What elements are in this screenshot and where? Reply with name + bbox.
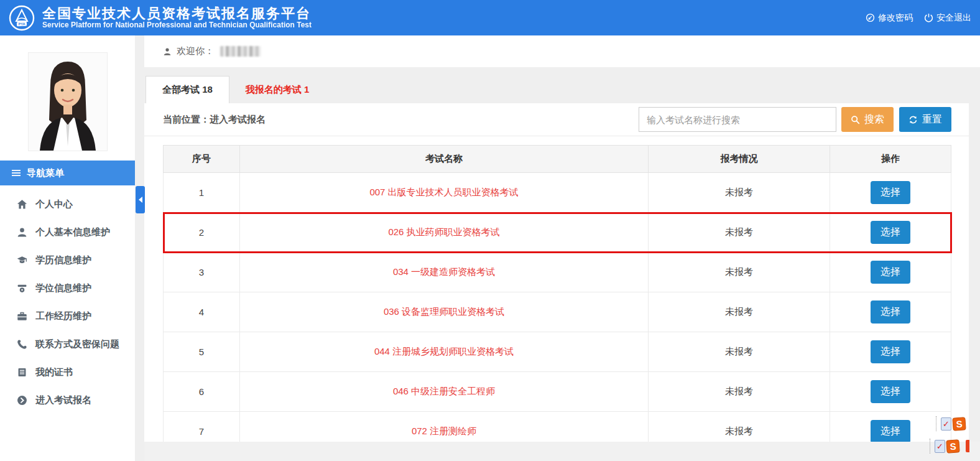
graduation-cap-icon — [17, 255, 27, 266]
exam-name-link[interactable]: 007 出版专业技术人员职业资格考试 — [369, 187, 518, 197]
exam-name-link[interactable]: 026 执业药师职业资格考试 — [388, 226, 499, 237]
sidebar-item-label: 联系方式及密保问题 — [35, 338, 119, 350]
row-status: 未报考 — [649, 292, 830, 332]
select-button[interactable]: 选择 — [871, 420, 910, 442]
select-button[interactable]: 选择 — [871, 261, 910, 284]
select-button[interactable]: 选择 — [871, 181, 910, 204]
row-status: 未报考 — [649, 253, 830, 292]
select-button[interactable]: 选择 — [871, 300, 910, 324]
reset-button[interactable]: 重置 — [899, 107, 951, 132]
platform-logo-icon: PTA — [9, 5, 35, 31]
col-header-status: 报考情况 — [649, 146, 830, 173]
sogou-s-icon[interactable]: S — [952, 417, 966, 431]
search-group: 搜索 重置 — [639, 107, 951, 132]
hamburger-icon — [11, 168, 21, 178]
sidebar-collapse-button[interactable] — [136, 186, 145, 213]
note-check-icon[interactable]: ✓ — [935, 440, 945, 453]
floating-icons-row2: ✓ S — [930, 439, 969, 454]
exam-name-link[interactable]: 044 注册城乡规划师职业资格考试 — [374, 346, 514, 356]
enter-icon — [17, 395, 27, 406]
welcome-bar: 欢迎你： — [144, 35, 980, 67]
change-password-label: 修改密码 — [878, 12, 913, 24]
row-number: 2 — [164, 213, 240, 253]
sidebar-item-work-experience[interactable]: 工作经历维护 — [0, 302, 135, 330]
sidebar: 导航菜单 个人中心 个人基本信息维护 学历信息维护 学位信息维护 — [0, 35, 135, 461]
sidebar-item-my-certificates[interactable]: 我的证书 — [0, 358, 135, 386]
welcome-name-redacted — [220, 46, 261, 57]
table-row: 2 026 执业药师职业资格考试 未报考 选择 — [164, 213, 951, 253]
app-title: 全国专业技术人员资格考试报名服务平台 — [42, 6, 312, 21]
user-id-photo — [29, 53, 107, 151]
sidebar-item-label: 进入考试报名 — [35, 394, 91, 406]
search-input[interactable] — [639, 107, 836, 132]
partial-icon-artifact — [966, 440, 969, 452]
phone-icon — [17, 339, 27, 350]
col-header-no: 序号 — [164, 146, 240, 173]
degree-icon — [17, 283, 27, 294]
search-icon — [851, 115, 860, 124]
sidebar-item-basic-info[interactable]: 个人基本信息维护 — [0, 218, 135, 246]
table-header-row: 序号 考试名称 报考情况 操作 — [164, 146, 951, 173]
selection-edge — [930, 439, 932, 454]
sidebar-item-exam-registration[interactable]: 进入考试报名 — [0, 386, 135, 414]
exam-name-link[interactable]: 046 中级注册安全工程师 — [393, 386, 495, 396]
sidebar-item-education-info[interactable]: 学历信息维护 — [0, 246, 135, 274]
sidebar-item-degree-info[interactable]: 学位信息维护 — [0, 274, 135, 302]
table-row: 1 007 出版专业技术人员职业资格考试 未报考 选择 — [164, 173, 951, 213]
sogou-s-icon[interactable]: S — [946, 439, 959, 453]
exam-name-link[interactable]: 034 一级建造师资格考试 — [393, 266, 495, 277]
exam-table: 序号 考试名称 报考情况 操作 1 007 出版专业技术人员职业资格考试 未报考… — [163, 145, 951, 442]
select-button[interactable]: 选择 — [871, 380, 910, 403]
tab-my-exams[interactable]: 我报名的考试 1 — [229, 76, 326, 103]
main-content: 欢迎你： 全部考试 18 我报名的考试 1 当前位置：进入考试报名 搜索 — [144, 35, 980, 461]
col-header-exam-name: 考试名称 — [240, 146, 649, 173]
sidebar-item-label: 学位信息维护 — [35, 282, 91, 294]
app-header: PTA 全国专业技术人员资格考试报名服务平台 Service Platform … — [0, 0, 980, 35]
select-button[interactable]: 选择 — [871, 221, 910, 244]
row-status: 未报考 — [649, 332, 830, 372]
row-status: 未报考 — [649, 173, 830, 213]
select-button[interactable]: 选择 — [871, 340, 910, 363]
sidebar-item-contact-security[interactable]: 联系方式及密保问题 — [0, 330, 135, 358]
exam-name-link[interactable]: 072 注册测绘师 — [412, 426, 476, 436]
logout-label: 安全退出 — [936, 12, 971, 24]
search-button-label: 搜索 — [864, 113, 884, 126]
power-icon — [924, 13, 933, 22]
row-status: 未报考 — [649, 412, 830, 442]
change-password-link[interactable]: 修改密码 — [866, 12, 913, 24]
search-button[interactable]: 搜索 — [841, 107, 894, 132]
user-icon — [17, 227, 27, 238]
tab-all-exams[interactable]: 全部考试 18 — [146, 76, 229, 103]
sidebar-item-personal-center[interactable]: 个人中心 — [0, 190, 135, 218]
exam-table-wrap: 序号 考试名称 报考情况 操作 1 007 出版专业技术人员职业资格考试 未报考… — [163, 145, 951, 442]
app-subtitle: Service Platform for National Profession… — [42, 21, 312, 30]
edit-circle-icon — [866, 13, 875, 22]
welcome-label: 欢迎你： — [177, 45, 214, 57]
sidebar-item-label: 我的证书 — [35, 366, 73, 378]
row-number: 3 — [164, 253, 240, 292]
nav-menu-header[interactable]: 导航菜单 — [0, 161, 135, 185]
row-status: 未报考 — [649, 372, 830, 412]
content-panel: 当前位置：进入考试报名 搜索 — [144, 103, 969, 442]
logout-link[interactable]: 安全退出 — [924, 12, 971, 24]
row-number: 5 — [164, 332, 240, 372]
floating-icons-row1: ✓ S — [936, 416, 966, 431]
chevron-left-icon — [139, 197, 142, 203]
sidebar-item-label: 个人基本信息维护 — [35, 226, 110, 238]
note-check-icon[interactable]: ✓ — [941, 417, 951, 431]
selection-edge — [936, 416, 938, 431]
row-number: 1 — [164, 173, 240, 213]
exam-tabs: 全部考试 18 我报名的考试 1 — [146, 76, 325, 103]
exam-name-link[interactable]: 036 设备监理师职业资格考试 — [384, 306, 504, 317]
home-icon — [17, 199, 27, 210]
nav-menu-title: 导航菜单 — [27, 167, 64, 179]
refresh-icon — [908, 115, 918, 124]
col-header-operation: 操作 — [830, 146, 951, 173]
row-number: 7 — [164, 412, 240, 442]
briefcase-icon — [17, 311, 27, 322]
row-number: 4 — [164, 292, 240, 332]
toolbar: 当前位置：进入考试报名 搜索 — [144, 103, 969, 136]
header-actions: 修改密码 安全退出 — [866, 12, 971, 24]
certificate-icon — [17, 367, 27, 378]
sidebar-menu: 个人中心 个人基本信息维护 学历信息维护 学位信息维护 工作经历维护 — [0, 190, 135, 414]
